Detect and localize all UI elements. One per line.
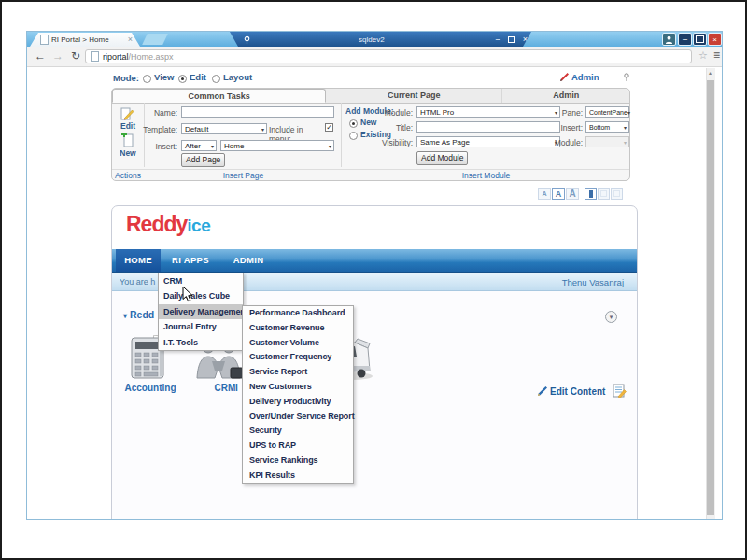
module-title-input[interactable]	[416, 121, 560, 133]
scrollbar-up-icon[interactable]: ▲	[706, 70, 714, 76]
insert-target-select[interactable]: Home ▾	[220, 140, 334, 151]
submenu-item-service-report[interactable]: Service Report	[243, 365, 353, 380]
bookmark-star-icon[interactable]: ☆	[698, 49, 708, 63]
submenu-item-customer-revenue[interactable]: Customer Revenue	[243, 321, 353, 336]
tab-current-page[interactable]: Current Page	[326, 89, 502, 103]
admin-link[interactable]: Admin	[571, 72, 599, 82]
back-icon[interactable]: ←	[35, 49, 46, 63]
new-page-icon[interactable]	[120, 133, 134, 147]
rdp-restore-icon[interactable]	[508, 36, 515, 43]
module-source-existing-radio[interactable]	[349, 132, 358, 140]
scrollbar-thumb[interactable]	[707, 80, 714, 515]
app-label-accounting[interactable]: Accounting	[116, 383, 185, 393]
add-page-button[interactable]: Add Page	[181, 153, 225, 167]
logo-word-ice: ice	[187, 216, 210, 235]
submenu-item-delivery-productivity[interactable]: Delivery Productivity	[243, 395, 353, 410]
module-source-new-radio[interactable]	[349, 119, 358, 128]
module-select[interactable]: HTML Pro ▾	[416, 106, 560, 118]
pane-select[interactable]: ContentPane ▾	[585, 106, 629, 118]
module-heading[interactable]: ▾Redd	[123, 309, 154, 320]
menu-item-crm[interactable]: CRM	[159, 273, 243, 288]
reload-icon[interactable]: ↻	[71, 49, 80, 63]
add-module-button[interactable]: Add Module	[416, 151, 468, 165]
submenu-item-security[interactable]: Security	[243, 424, 353, 439]
portal-page: Reddyice HOME RI APPS ADMIN You are h Th…	[111, 205, 638, 519]
profile-button[interactable]	[662, 33, 676, 46]
new-action-label[interactable]: New	[120, 148, 136, 158]
submenu-item-customer-frequency[interactable]: Customer Frequency	[243, 350, 353, 365]
submenu-item-ups-to-rap[interactable]: UPS to RAP	[243, 439, 353, 454]
forward-icon[interactable]: →	[52, 49, 63, 63]
edit-content-notepad-icon[interactable]	[613, 384, 627, 398]
module-collapse-button[interactable]: ▾	[605, 311, 617, 323]
font-size-medium-button[interactable]: A	[552, 188, 565, 200]
edit-content-link[interactable]: Edit Content	[550, 386, 605, 397]
layout-width-button-1[interactable]	[585, 188, 597, 200]
template-select[interactable]: Default ▾	[181, 123, 267, 134]
menu-item-it-tools[interactable]: I.T. Tools	[159, 335, 243, 350]
browser-window: RI Portal > Home × sqldev2 – ×	[26, 31, 723, 520]
rdp-minimize-icon[interactable]: –	[496, 35, 500, 44]
edit-action-label[interactable]: Edit	[120, 121, 136, 131]
mode-radio-edit[interactable]	[178, 75, 187, 83]
tab-common-tasks[interactable]: Common Tasks	[112, 89, 326, 103]
address-bar[interactable]: riportal /Home.aspx	[85, 49, 692, 63]
user-name-link[interactable]: Thenu Vasanraj	[562, 277, 624, 287]
submenu-item-customer-volume[interactable]: Customer Volume	[243, 336, 353, 351]
submenu-item-kpi-results[interactable]: KPI Results	[243, 469, 353, 483]
insert-target-value: Home	[224, 142, 244, 150]
edit-page-icon[interactable]	[120, 106, 134, 120]
mode-radio-view[interactable]	[143, 75, 151, 83]
insert-position-select[interactable]: After ▾	[181, 140, 217, 151]
menu-item-daily-sales-cube[interactable]: Daily Sales Cube	[159, 288, 243, 303]
title-label: Title:	[362, 123, 413, 133]
insert-module-footer: Insert Module	[341, 171, 631, 180]
menu-item-delivery-management[interactable]: Delivery Management	[159, 304, 243, 319]
submenu-item-new-customers[interactable]: New Customers	[243, 380, 353, 395]
layout-width-button-3[interactable]	[611, 188, 623, 200]
insert-position-module-select[interactable]: Bottom ▾	[585, 121, 629, 133]
rdp-connection-bar: sqldev2 – ×	[230, 32, 531, 47]
submenu-item-over-under-service-report[interactable]: Over/Under Service Report	[243, 410, 353, 425]
insert-module-position-value: Bottom	[589, 124, 610, 131]
portal-navbar: HOME RI APPS ADMIN	[112, 249, 637, 273]
rdp-pin-icon[interactable]	[243, 35, 251, 44]
tab-admin[interactable]: Admin	[502, 89, 629, 103]
browser-menu-icon[interactable]: ≡	[713, 49, 720, 63]
nav-home[interactable]: HOME	[116, 249, 161, 272]
submenu-item-performance-dashboard[interactable]: Performance Dashboard	[243, 306, 353, 321]
menu-item-journal-entry[interactable]: Journal Entry	[159, 319, 243, 334]
font-size-large-button[interactable]: A	[566, 188, 579, 200]
new-tab-button[interactable]	[142, 34, 168, 45]
visibility-value: Same As Page	[420, 138, 470, 147]
dropdown-arrow-icon: ▾	[624, 124, 627, 131]
page-name-input[interactable]	[181, 106, 334, 118]
mode-radio-layout[interactable]	[212, 75, 220, 83]
window-minimize-button[interactable]: –	[678, 33, 692, 46]
edit-content-pencil-icon[interactable]	[537, 385, 548, 397]
submenu-item-service-rankings[interactable]: Service Rankings	[243, 454, 353, 469]
mode-layout-label[interactable]: Layout	[223, 72, 252, 82]
font-size-small-button[interactable]: A	[538, 188, 551, 200]
mouse-cursor	[182, 286, 194, 303]
heading-collapse-icon[interactable]: ▾	[123, 312, 127, 320]
pin-panel-icon[interactable]	[623, 73, 630, 81]
browser-tab[interactable]: RI Portal > Home ×	[30, 33, 140, 47]
browser-tab-strip: RI Portal > Home × sqldev2 – ×	[27, 32, 722, 47]
window-restore-button[interactable]	[693, 33, 707, 46]
nav-admin[interactable]: ADMIN	[220, 249, 276, 272]
module-picker-select[interactable]: ▾	[585, 136, 629, 147]
visibility-select[interactable]: Same As Page ▾	[416, 136, 560, 147]
nav-ri-apps[interactable]: RI APPS	[161, 249, 220, 272]
rdp-close-icon[interactable]: ×	[523, 35, 528, 44]
window-close-button[interactable]: ×	[708, 33, 722, 46]
mode-label: Mode:	[113, 73, 139, 83]
insert-position-value: After	[185, 142, 201, 150]
insert-label: Insert:	[146, 142, 177, 151]
include-in-menu-checkbox[interactable]: ✓	[325, 123, 333, 132]
mode-view-label[interactable]: View	[154, 72, 174, 82]
layout-width-button-2[interactable]	[598, 188, 610, 200]
template-label: Template:	[136, 125, 177, 134]
tab-close-icon[interactable]: ×	[128, 35, 133, 44]
mode-edit-label[interactable]: Edit	[190, 72, 206, 82]
